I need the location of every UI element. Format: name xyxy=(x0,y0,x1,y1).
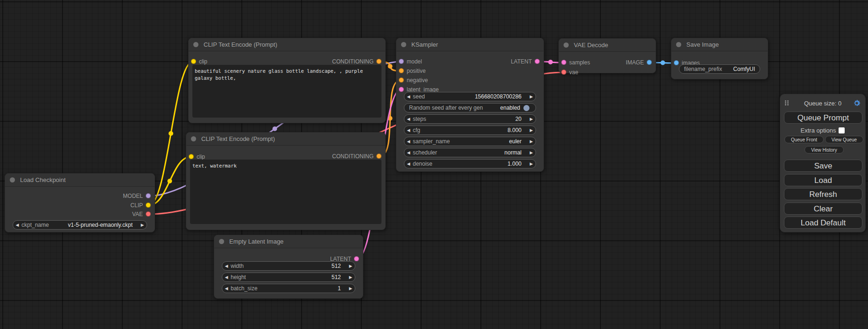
node-empty-latent-image[interactable]: Empty Latent ImageLATENT◀width512▶◀heigh… xyxy=(214,235,363,299)
image-port-dot-icon[interactable] xyxy=(647,60,652,65)
widget-width[interactable]: ◀width512▶ xyxy=(222,261,355,271)
load-default-button[interactable]: Load Default xyxy=(784,217,862,229)
settings-gear-icon[interactable] xyxy=(853,99,861,107)
vae-port-dot-icon[interactable] xyxy=(561,70,566,75)
node-clip-text-encode-positive[interactable]: CLIP Text Encode (Prompt)clipCONDITIONIN… xyxy=(188,38,386,123)
increment-arrow-icon[interactable]: ▶ xyxy=(527,92,536,101)
output-port-VAE[interactable]: VAE xyxy=(10,211,151,217)
load-button[interactable]: Load xyxy=(784,174,862,186)
increment-arrow-icon[interactable]: ▶ xyxy=(527,159,536,168)
node-graph-canvas[interactable]: Load CheckpointMODELCLIPVAE◀ckpt_namev1-… xyxy=(0,0,868,329)
node-clip-text-encode-negative[interactable]: CLIP Text Encode (Prompt)clipCONDITIONIN… xyxy=(186,132,386,230)
increment-arrow-icon[interactable]: ▶ xyxy=(138,220,147,230)
decrement-arrow-icon[interactable]: ◀ xyxy=(13,220,21,230)
widget-value: 1 xyxy=(338,285,341,292)
node-load-checkpoint[interactable]: Load CheckpointMODELCLIPVAE◀ckpt_namev1-… xyxy=(5,173,155,232)
queue-prompt-button[interactable]: Queue Prompt xyxy=(784,112,862,124)
collapse-dot-icon[interactable] xyxy=(564,42,569,48)
clip-port-dot-icon[interactable] xyxy=(146,203,151,208)
output-port-CLIP[interactable]: CLIP xyxy=(10,202,151,209)
widget-scheduler[interactable]: ◀schedulernormal▶ xyxy=(404,148,536,157)
extra-options-checkbox[interactable] xyxy=(839,127,845,133)
output-port-CONDITIONING[interactable]: CONDITIONING xyxy=(191,153,381,160)
node-title-bar[interactable]: CLIP Text Encode (Prompt) xyxy=(189,38,385,51)
save-button[interactable]: Save xyxy=(784,160,862,172)
decrement-arrow-icon[interactable]: ◀ xyxy=(404,137,413,146)
node-ksampler[interactable]: KSamplermodelpositivenegativelatent_imag… xyxy=(396,38,544,172)
increment-arrow-icon[interactable]: ▶ xyxy=(527,126,536,135)
collapse-dot-icon[interactable] xyxy=(191,136,196,141)
image-port-dot-icon[interactable] xyxy=(674,60,679,65)
toggle-enabled-icon[interactable] xyxy=(523,105,529,111)
widget-random-seed-after-every-gen[interactable]: Random seed after every genenabled xyxy=(404,103,536,112)
node-title-bar[interactable]: KSampler xyxy=(396,38,543,51)
widget-steps[interactable]: ◀steps20▶ xyxy=(404,114,536,124)
node-title-bar[interactable]: Empty Latent Image xyxy=(214,235,363,248)
refresh-button[interactable]: Refresh xyxy=(784,188,862,200)
output-port-LATENT[interactable]: LATENT xyxy=(401,58,540,65)
link-image-midpoint-dot xyxy=(661,61,665,65)
decrement-arrow-icon[interactable]: ◀ xyxy=(222,261,231,271)
prompt-textarea[interactable]: text, watermark xyxy=(190,160,381,224)
widget-seed[interactable]: ◀seed156680208700286▶ xyxy=(404,92,536,101)
node-title-bar[interactable]: CLIP Text Encode (Prompt) xyxy=(186,133,385,146)
output-port-IMAGE[interactable]: IMAGE xyxy=(564,59,652,66)
collapse-dot-icon[interactable] xyxy=(219,239,224,244)
decrement-arrow-icon[interactable]: ◀ xyxy=(222,284,231,293)
widget-label: denoise xyxy=(413,161,432,167)
collapse-dot-icon[interactable] xyxy=(401,42,406,47)
latent-port-dot-icon[interactable] xyxy=(399,87,404,92)
increment-arrow-icon[interactable]: ▶ xyxy=(527,137,536,146)
node-title-bar[interactable]: Save Image xyxy=(671,38,768,51)
widget-batch_size[interactable]: ◀batch_size1▶ xyxy=(222,284,355,293)
node-title-bar[interactable]: VAE Decode xyxy=(559,39,656,52)
widget-height[interactable]: ◀height512▶ xyxy=(222,273,355,282)
latent-port-dot-icon[interactable] xyxy=(354,256,359,261)
collapse-dot-icon[interactable] xyxy=(10,177,15,182)
input-port-negative[interactable]: negative xyxy=(399,77,539,84)
node-title-bar[interactable]: Load Checkpoint xyxy=(5,174,155,187)
increment-arrow-icon[interactable]: ▶ xyxy=(527,114,536,124)
widget-filename_prefix[interactable]: filename_prefixComfyUI xyxy=(679,64,760,74)
widget-ckpt_name[interactable]: ◀ckpt_namev1-5-pruned-emaonly.ckpt▶ xyxy=(13,220,147,230)
node-save-image[interactable]: Save Imageimagesfilename_prefixComfyUI xyxy=(671,38,768,79)
widget-sampler_name[interactable]: ◀sampler_nameeuler▶ xyxy=(404,137,536,146)
widget-label: ckpt_name xyxy=(21,222,49,228)
widget-cfg[interactable]: ◀cfg8.000▶ xyxy=(404,126,536,135)
clear-button[interactable]: Clear xyxy=(784,203,862,215)
increment-arrow-icon[interactable]: ▶ xyxy=(346,261,355,271)
decrement-arrow-icon[interactable]: ◀ xyxy=(404,148,413,157)
output-port-MODEL[interactable]: MODEL xyxy=(10,193,151,199)
view-queue-button[interactable]: View Queue xyxy=(825,136,863,143)
decrement-arrow-icon[interactable]: ◀ xyxy=(404,92,413,101)
model-port-dot-icon[interactable] xyxy=(146,193,151,198)
increment-arrow-icon[interactable]: ▶ xyxy=(527,148,536,157)
node-vae-decode[interactable]: VAE DecodesamplesvaeIMAGE xyxy=(558,38,656,73)
widget-label: filename_prefix xyxy=(684,66,722,72)
collapse-dot-icon[interactable] xyxy=(676,42,681,47)
increment-arrow-icon[interactable]: ▶ xyxy=(346,273,355,282)
latent-port-dot-icon[interactable] xyxy=(535,59,540,64)
extra-options-label: Extra options xyxy=(801,127,836,134)
view-history-button[interactable]: View History xyxy=(804,146,844,154)
conditioning-port-dot-icon[interactable] xyxy=(376,154,381,159)
decrement-arrow-icon[interactable]: ◀ xyxy=(404,126,413,135)
input-port-vae[interactable]: vae xyxy=(561,69,651,76)
decrement-arrow-icon[interactable]: ◀ xyxy=(404,159,413,168)
widget-denoise[interactable]: ◀denoise1.000▶ xyxy=(404,159,536,168)
widget-value: ComfyUI xyxy=(733,66,755,72)
output-port-CONDITIONING[interactable]: CONDITIONING xyxy=(193,58,381,65)
link-latent-midpoint-dot xyxy=(548,60,553,64)
conditioning-port-dot-icon[interactable] xyxy=(399,77,404,83)
queue-front-button[interactable]: Queue Front xyxy=(784,136,824,143)
collapse-dot-icon[interactable] xyxy=(193,42,198,47)
decrement-arrow-icon[interactable]: ◀ xyxy=(404,114,413,124)
conditioning-port-dot-icon[interactable] xyxy=(376,59,381,64)
queue-panel: Queue size: 0 Queue Prompt Extra options… xyxy=(780,94,866,232)
vae-port-dot-icon[interactable] xyxy=(146,211,151,217)
conditioning-port-dot-icon[interactable] xyxy=(399,68,404,73)
decrement-arrow-icon[interactable]: ◀ xyxy=(222,273,231,282)
input-port-positive[interactable]: positive xyxy=(399,68,539,74)
prompt-textarea[interactable]: beautiful scenery nature glass bottle la… xyxy=(192,65,381,118)
increment-arrow-icon[interactable]: ▶ xyxy=(346,284,355,293)
